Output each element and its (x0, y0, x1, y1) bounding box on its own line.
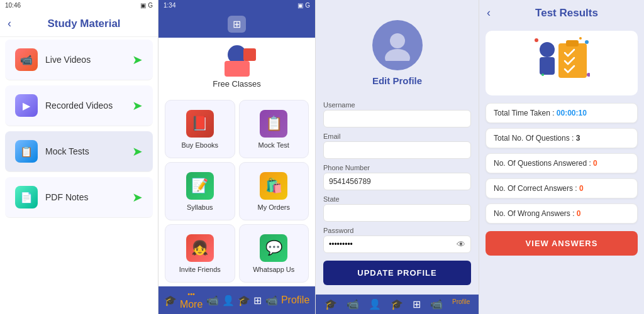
recorded-videos-label: Recorded Videos (45, 100, 132, 111)
total-questions-value: 3 (576, 134, 580, 143)
total-questions-label: Total No. Of Questions : (494, 134, 576, 143)
svg-point-16 (587, 73, 590, 77)
my-orders-label: My Orders (258, 203, 290, 211)
grid-view-icon[interactable]: ⊞ (228, 16, 246, 33)
invite-friends-label: Invite Friends (179, 266, 221, 273)
state-input[interactable] (323, 204, 471, 222)
back-button-4[interactable]: ‹ (487, 6, 491, 19)
free-classes-image (218, 45, 256, 77)
whatsapp-us-label: Whatsapp Us (253, 266, 294, 273)
svg-rect-4 (558, 43, 587, 78)
correct-value: 0 (579, 184, 584, 193)
svg-point-13 (585, 40, 589, 44)
view-answers-button[interactable]: VIEW ANSWERS (486, 231, 638, 256)
avatar (372, 20, 423, 70)
menu-grid-panel: 1:34 ▣ G ⊞ Free Classes 📕 Buy Ebooks 📋 M… (158, 0, 316, 314)
mock-tests-label: Mock Tests (45, 146, 132, 156)
recorded-videos-icon: ▶ (15, 94, 38, 117)
answered-row: No. Of Questions Answered : 0 (486, 153, 638, 173)
mock-test-label: Mock Test (258, 141, 289, 149)
svg-point-12 (535, 38, 538, 42)
more-label: More (180, 299, 203, 310)
profile-section: Edit Profile (316, 10, 479, 96)
total-questions-row: Total No. Of Questions : 3 (486, 128, 638, 148)
syllabus-icon: 📝 (186, 172, 214, 200)
grid-item-mock-test[interactable]: 📋 Mock Test (239, 100, 309, 158)
total-time-label: Total Time Taken : (494, 109, 557, 117)
status-bar-1: 10:46 ▣ G (0, 0, 158, 11)
grid-item-buy-ebooks[interactable]: 📕 Buy Ebooks (165, 100, 235, 158)
bottom-nav-tests[interactable]: 🎓 (238, 295, 250, 306)
back-button-1[interactable]: ‹ (8, 17, 11, 30)
bottom-nav-home[interactable]: 🎓 (164, 295, 177, 306)
bottom-nav-vid2[interactable]: 📹 (265, 295, 278, 306)
menu-item-mock-tests[interactable]: 📋 Mock Tests ➤ (5, 131, 153, 172)
edit-profile-panel: Edit Profile Username Email Phone Number… (316, 0, 479, 314)
live-videos-label: Live Videos (45, 55, 132, 65)
study-material-title: Study Material (18, 18, 150, 30)
correct-answers-row: No. Of Correct Answers : 0 (486, 178, 638, 198)
p3-nav-videos[interactable]: 📹 (347, 298, 359, 310)
panel2-bottom-nav: 🎓 ••• More 📹 👤 🎓 ⊞ 📹 Profile (158, 286, 315, 314)
live-videos-arrow: ➤ (132, 52, 143, 67)
time-1: 10:46 (5, 2, 21, 9)
test-results-card (486, 31, 638, 95)
p3-nav-home[interactable]: 🎓 (325, 298, 337, 310)
p3-nav-tests[interactable]: 🎓 (391, 298, 403, 310)
p3-nav-user[interactable]: 👤 (369, 298, 381, 310)
panel2-header: ⊞ (158, 11, 315, 38)
free-classes-section: Free Classes (158, 38, 315, 96)
p3-nav-grid[interactable]: ⊞ (413, 298, 421, 310)
bottom-nav-videos[interactable]: 📹 (206, 295, 219, 306)
study-material-panel: 10:46 ▣ G ‹ Study Material 📹 Live Videos… (0, 0, 158, 314)
password-input[interactable] (324, 236, 452, 252)
grid-item-invite-friends[interactable]: 👧 Invite Friends (165, 224, 235, 283)
buy-ebooks-icon: 📕 (186, 110, 214, 138)
menu-item-pdf-notes[interactable]: 📄 PDF Notes ➤ (5, 177, 153, 218)
username-input[interactable] (323, 110, 471, 127)
total-time-row: Total Time Taken : 00:00:10 (486, 103, 638, 123)
p3-nav-profile[interactable]: Profile (452, 298, 470, 310)
profile-form: Username Email Phone Number State Passwo… (316, 96, 479, 295)
test-results-panel: ‹ Test Results (479, 0, 644, 314)
mock-test-icon: 📋 (260, 110, 287, 138)
buy-ebooks-label: Buy Ebooks (181, 141, 218, 149)
bottom-nav-profile[interactable]: 👤 (222, 295, 235, 306)
edit-profile-title: Edit Profile (372, 75, 422, 86)
svg-point-2 (540, 42, 555, 57)
username-label: Username (323, 101, 471, 109)
answered-label: No. Of Questions Answered : (494, 159, 593, 168)
bottom-nav-profile2[interactable]: Profile (281, 295, 309, 306)
whatsapp-us-icon: 💬 (260, 234, 287, 262)
update-profile-button[interactable]: UPDATE PROFILE (323, 261, 471, 285)
state-label: State (323, 195, 471, 203)
profile2-label: Profile (281, 295, 309, 306)
panel3-bottom-nav: 🎓 📹 👤 🎓 ⊞ 📹 Profile (316, 295, 479, 314)
free-classes-label: Free Classes (213, 79, 261, 89)
svg-point-15 (541, 73, 544, 76)
grid-menu: 📕 Buy Ebooks 📋 Mock Test 📝 Syllabus 🛍️ M… (158, 96, 315, 286)
live-videos-icon: 📹 (15, 48, 38, 71)
bottom-nav-more[interactable]: ••• More (180, 290, 203, 310)
svg-point-14 (579, 37, 582, 40)
email-input[interactable] (323, 141, 471, 159)
p3-nav-vid[interactable]: 📹 (430, 298, 443, 310)
mock-tests-arrow: ➤ (132, 144, 143, 159)
panel3-header (316, 0, 479, 10)
menu-item-live-videos[interactable]: 📹 Live Videos ➤ (5, 40, 153, 80)
menu-item-recorded-videos[interactable]: ▶ Recorded Videos ➤ (5, 85, 153, 126)
mock-tests-icon: 📋 (15, 140, 38, 163)
phone-input[interactable] (323, 173, 471, 190)
correct-label: No. Of Correct Answers : (494, 184, 579, 193)
bottom-nav-grid[interactable]: ⊞ (253, 295, 262, 306)
grid-item-syllabus[interactable]: 📝 Syllabus (165, 162, 235, 220)
grid-item-my-orders[interactable]: 🛍️ My Orders (239, 162, 309, 220)
grid-item-whatsapp-us[interactable]: 💬 Whatsapp Us (239, 224, 309, 283)
wrong-answers-row: No. Of Wrong Answers : 0 (486, 203, 638, 224)
eye-toggle-icon[interactable]: 👁 (452, 239, 470, 249)
p3-profile-label: Profile (452, 298, 470, 305)
answered-value: 0 (593, 159, 597, 168)
phone-label: Phone Number (323, 164, 471, 171)
wrong-label: No. Of Wrong Answers : (494, 209, 577, 218)
time-2: 1:34 (164, 2, 175, 9)
